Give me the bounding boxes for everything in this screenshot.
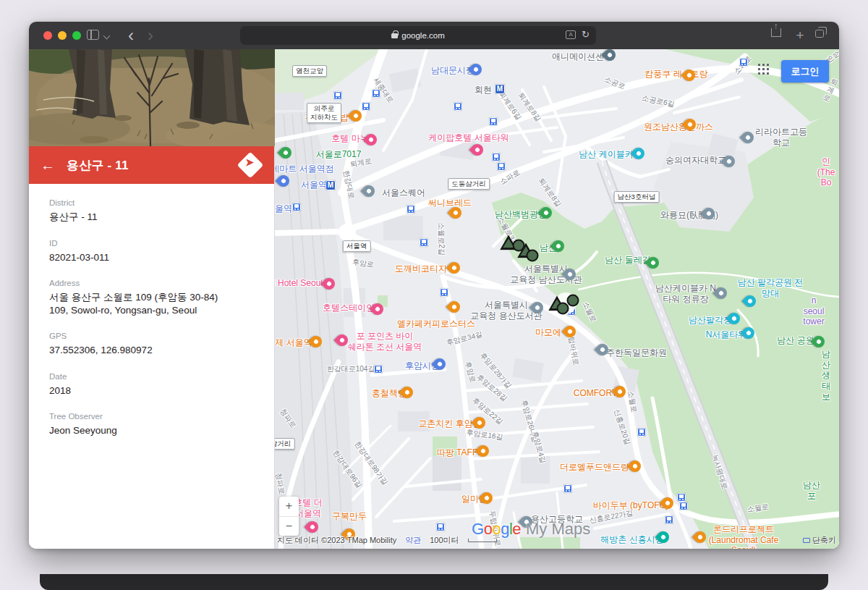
tree-marker-circle[interactable] bbox=[527, 250, 539, 262]
gray-map-pin-icon[interactable] bbox=[595, 342, 611, 358]
pink-map-pin-icon[interactable] bbox=[305, 519, 321, 536]
bus-stop-icon[interactable] bbox=[563, 484, 572, 493]
bus-stop-icon[interactable] bbox=[440, 288, 448, 297]
share-icon[interactable] bbox=[771, 28, 781, 37]
orange-map-pin-icon[interactable] bbox=[479, 490, 495, 507]
poi-label[interactable]: d Hotel Seoul bbox=[275, 278, 323, 289]
poi-label[interactable]: 바이두부 (byTOFU) bbox=[593, 500, 668, 511]
close-window-button[interactable] bbox=[43, 31, 52, 40]
metro-stop-icon[interactable]: M bbox=[495, 84, 505, 94]
bus-stop-icon[interactable] bbox=[436, 523, 445, 531]
poi-label[interactable]: 남산케이블카 N 타워 정류장 bbox=[655, 283, 716, 304]
poi-label[interactable]: 론드리프로젝트 (Laundromat Cafe Seoul) bbox=[696, 524, 791, 549]
blue-map-pin-icon[interactable] bbox=[468, 62, 485, 78]
gray-map-pin-icon[interactable] bbox=[361, 183, 378, 200]
orange-map-pin-icon[interactable] bbox=[446, 260, 463, 277]
poi-label[interactable]: 서울역 bbox=[301, 180, 327, 190]
pink-map-pin-icon[interactable] bbox=[469, 142, 486, 159]
poi-label[interactable]: 도깨비코티지 bbox=[395, 264, 447, 274]
poi-label[interactable]: 서울로7017 bbox=[316, 149, 362, 160]
orange-map-pin-icon[interactable] bbox=[399, 384, 416, 401]
sidebar-toggle-icon[interactable] bbox=[87, 30, 99, 40]
poi-label[interactable]: 더로엘푸드앤드링크 bbox=[560, 462, 638, 473]
pink-map-pin-icon[interactable] bbox=[370, 301, 386, 318]
bus-stop-icon[interactable] bbox=[677, 493, 686, 502]
bus-stop-icon[interactable] bbox=[407, 205, 415, 214]
bus-stop-icon[interactable] bbox=[489, 117, 498, 126]
gray-map-pin-icon[interactable] bbox=[529, 300, 546, 316]
poi-label[interactable]: 마모에 bbox=[535, 327, 561, 338]
poi-label[interactable]: 구복만두 bbox=[332, 511, 367, 522]
orange-map-pin-icon[interactable] bbox=[627, 458, 644, 475]
pink-map-pin-icon[interactable] bbox=[334, 332, 351, 349]
slate-map-pin-icon[interactable] bbox=[602, 49, 618, 63]
poi-label[interactable]: 호텔스테이인 bbox=[323, 303, 375, 313]
poi-label[interactable]: 서울스퀘어 bbox=[382, 187, 425, 198]
zoom-in-button[interactable]: + bbox=[279, 497, 299, 516]
poi-label[interactable]: 캄풍쿠 레스토랑 bbox=[644, 69, 707, 80]
poi-label[interactable]: 엘카페커피로스터스 bbox=[397, 319, 475, 329]
minimize-window-button[interactable] bbox=[58, 31, 67, 40]
poi-label[interactable]: 주한독일문화원 bbox=[606, 347, 667, 358]
green-map-pin-icon[interactable] bbox=[278, 145, 294, 161]
translate-icon[interactable]: A bbox=[566, 30, 576, 39]
poi-label[interactable]: n seoul tower bbox=[801, 295, 827, 327]
orange-map-pin-icon[interactable] bbox=[681, 67, 698, 84]
poi-label[interactable]: 숭의여자대학교 bbox=[665, 155, 726, 166]
poi-label[interactable]: 써니브레드 bbox=[428, 198, 472, 208]
orange-map-pin-icon[interactable] bbox=[682, 117, 699, 133]
orange-map-pin-icon[interactable] bbox=[562, 324, 579, 340]
gray-map-pin-icon[interactable] bbox=[713, 285, 730, 302]
orange-map-pin-icon[interactable] bbox=[692, 529, 709, 546]
poi-label[interactable]: 포 포인츠 바이 쉐라톤 조선 서울역 bbox=[348, 331, 422, 352]
bus-stop-icon[interactable] bbox=[420, 238, 428, 247]
bus-stop-icon[interactable] bbox=[362, 102, 370, 111]
orange-map-pin-icon[interactable] bbox=[472, 415, 488, 431]
map-canvas[interactable]: 전주비빔밥캄풍쿠 레스토랑원조남산왕돈까스써니브레드도깨비코티지엘카페커피로스터… bbox=[275, 49, 839, 549]
window-controls[interactable] bbox=[43, 31, 81, 40]
green-map-pin-icon[interactable] bbox=[538, 205, 555, 222]
green-map-pin-icon[interactable] bbox=[550, 238, 567, 255]
back-arrow-icon[interactable]: ← bbox=[41, 157, 67, 174]
bus-stop-icon[interactable] bbox=[292, 203, 301, 211]
poi-label[interactable]: 남산 케이블카 bbox=[579, 149, 633, 160]
bus-stop-icon[interactable] bbox=[372, 89, 380, 98]
tgreen-map-pin-icon[interactable] bbox=[655, 529, 672, 546]
bus-stop-icon[interactable] bbox=[497, 162, 506, 171]
orange-map-pin-icon[interactable] bbox=[446, 299, 463, 316]
orange-map-pin-icon[interactable] bbox=[448, 205, 464, 222]
orange-map-pin-icon[interactable] bbox=[612, 384, 629, 400]
gray-map-pin-icon[interactable] bbox=[740, 130, 757, 146]
pink-map-pin-icon[interactable] bbox=[363, 132, 380, 148]
gray-map-pin-icon[interactable] bbox=[721, 153, 738, 170]
blue-map-pin-icon[interactable] bbox=[276, 173, 292, 190]
bus-stop-icon[interactable] bbox=[679, 502, 688, 510]
poi-label[interactable]: 남산 생태보 bbox=[820, 349, 833, 402]
new-tab-button[interactable]: + bbox=[793, 22, 807, 49]
metro-stop-icon[interactable]: M bbox=[326, 180, 336, 190]
forward-button[interactable]: › bbox=[143, 22, 158, 49]
teal-map-pin-icon[interactable] bbox=[741, 325, 757, 342]
poi-label[interactable]: 회현 bbox=[475, 85, 492, 96]
teal-map-pin-icon[interactable] bbox=[742, 293, 759, 310]
bus-stop-icon[interactable] bbox=[739, 58, 748, 67]
pink-map-pin-icon[interactable] bbox=[321, 276, 338, 292]
green-map-pin-icon[interactable] bbox=[645, 255, 662, 271]
poi-label[interactable]: 남산 포 bbox=[798, 480, 825, 501]
terms-link[interactable]: 약관 bbox=[405, 535, 421, 546]
poi-label[interactable]: 제제 서울역 bbox=[275, 337, 312, 348]
zoom-window-button[interactable] bbox=[72, 31, 81, 40]
poi-label[interactable]: N서울타워 bbox=[706, 329, 747, 340]
poi-label[interactable]: 인 (The Bo bbox=[817, 156, 835, 188]
google-apps-grid-icon[interactable] bbox=[758, 64, 770, 75]
poi-label[interactable]: 해방촌 신흥시장 bbox=[600, 534, 663, 545]
bus-stop-icon[interactable] bbox=[333, 91, 342, 100]
teal-map-pin-icon[interactable] bbox=[631, 146, 647, 162]
poi-label[interactable]: COMFORT bbox=[574, 388, 617, 399]
chevron-down-icon[interactable] bbox=[103, 33, 111, 40]
poi-label[interactable]: 남산 둘레길 bbox=[605, 255, 650, 266]
gray-map-pin-icon[interactable] bbox=[562, 266, 579, 283]
map-zoom-control[interactable]: + − bbox=[279, 497, 299, 536]
orange-map-pin-icon[interactable] bbox=[475, 443, 492, 460]
directions-icon[interactable]: ➤ bbox=[237, 152, 264, 179]
